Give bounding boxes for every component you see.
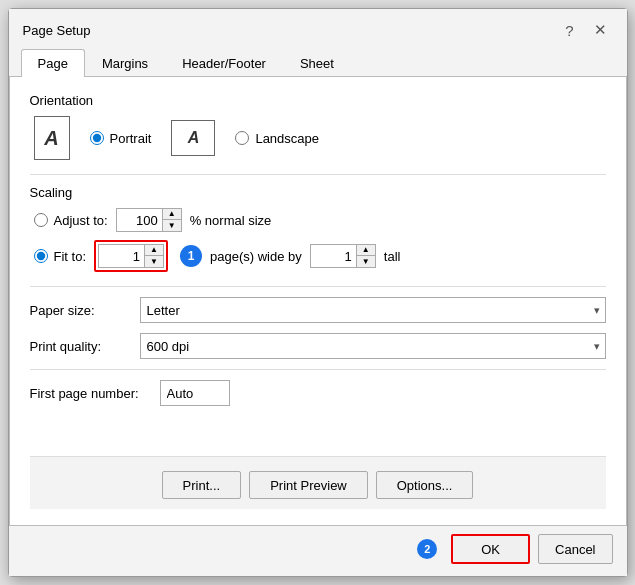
paper-size-select[interactable]: Letter A4 Legal Executive	[140, 297, 606, 323]
fit-tall-down-btn[interactable]: ▼	[357, 256, 375, 267]
landscape-icon: A	[171, 120, 215, 156]
portrait-label: Portrait	[110, 131, 152, 146]
adjust-to-suffix: % normal size	[190, 213, 272, 228]
title-bar: Page Setup ? ✕	[9, 9, 627, 45]
tab-header-footer[interactable]: Header/Footer	[165, 49, 283, 77]
portrait-icon: A	[34, 116, 70, 160]
landscape-label: Landscape	[255, 131, 319, 146]
paper-size-select-wrapper: Letter A4 Legal Executive	[140, 297, 606, 323]
paper-size-row: Paper size: Letter A4 Legal Executive	[30, 297, 606, 323]
tab-content: Orientation A Portrait A Landsca	[9, 77, 627, 526]
fit-to-option[interactable]: Fit to:	[34, 249, 87, 264]
fit-to-label: Fit to:	[54, 249, 87, 264]
action-buttons-row: Print... Print Preview Options...	[30, 456, 606, 509]
print-preview-button[interactable]: Print Preview	[249, 471, 368, 499]
cancel-button[interactable]: Cancel	[538, 534, 612, 564]
badge-1: 1	[180, 245, 202, 267]
fit-wide-up-btn[interactable]: ▲	[145, 245, 163, 256]
print-quality-select[interactable]: 600 dpi 300 dpi 200 dpi 150 dpi	[140, 333, 606, 359]
adjust-to-spinner-buttons: ▲ ▼	[162, 209, 181, 231]
orientation-row: A Portrait A Landscape	[30, 116, 606, 160]
orientation-section: Orientation A Portrait A Landsca	[30, 93, 606, 160]
badge-2: 2	[417, 539, 437, 559]
scaling-title: Scaling	[30, 185, 606, 200]
paper-size-label: Paper size:	[30, 303, 140, 318]
print-quality-label: Print quality:	[30, 339, 140, 354]
divider-1	[30, 174, 606, 175]
adjust-to-up-btn[interactable]: ▲	[163, 209, 181, 220]
fit-to-highlight: 1 ▲ ▼	[94, 240, 168, 272]
ok-cancel-row: 2 OK Cancel	[9, 526, 627, 576]
print-button[interactable]: Print...	[162, 471, 242, 499]
close-button[interactable]: ✕	[588, 19, 613, 41]
print-quality-row: Print quality: 600 dpi 300 dpi 200 dpi 1…	[30, 333, 606, 359]
fit-tall-spinner-buttons: ▲ ▼	[356, 245, 375, 267]
first-page-input[interactable]: Auto	[160, 380, 230, 406]
fit-tall-suffix: tall	[384, 249, 401, 264]
help-button[interactable]: ?	[559, 20, 579, 41]
fit-wide-spinner-buttons: ▲ ▼	[144, 245, 163, 267]
title-bar-controls: ? ✕	[559, 19, 612, 41]
fit-wide-down-btn[interactable]: ▼	[145, 256, 163, 267]
adjust-to-radio[interactable]	[34, 213, 48, 227]
options-button[interactable]: Options...	[376, 471, 474, 499]
fit-tall-up-btn[interactable]: ▲	[357, 245, 375, 256]
first-page-label: First page number:	[30, 386, 160, 401]
dialog-title: Page Setup	[23, 23, 91, 38]
landscape-option[interactable]: Landscape	[235, 131, 319, 146]
fit-tall-spinner[interactable]: 1 ▲ ▼	[310, 244, 376, 268]
fit-wide-spinner[interactable]: 1 ▲ ▼	[98, 244, 164, 268]
adjust-to-down-btn[interactable]: ▼	[163, 220, 181, 231]
fit-tall-input[interactable]: 1	[311, 245, 356, 267]
ok-button[interactable]: OK	[451, 534, 530, 564]
tab-bar: Page Margins Header/Footer Sheet	[9, 49, 627, 77]
adjust-to-option[interactable]: Adjust to:	[34, 213, 108, 228]
tab-page[interactable]: Page	[21, 49, 85, 77]
orientation-title: Orientation	[30, 93, 606, 108]
fit-to-row: Fit to: 1 ▲ ▼ 1 page(s) wide by 1	[30, 240, 606, 272]
adjust-to-spinner[interactable]: 100 ▲ ▼	[116, 208, 182, 232]
fit-wide-input[interactable]: 1	[99, 245, 144, 267]
portrait-option[interactable]: Portrait	[90, 131, 152, 146]
print-quality-select-wrapper: 600 dpi 300 dpi 200 dpi 150 dpi	[140, 333, 606, 359]
scaling-section: Scaling Adjust to: 100 ▲ ▼ % normal size	[30, 185, 606, 272]
adjust-to-input[interactable]: 100	[117, 209, 162, 231]
tab-margins[interactable]: Margins	[85, 49, 165, 77]
tab-sheet[interactable]: Sheet	[283, 49, 351, 77]
spacer	[30, 416, 606, 456]
adjust-to-row: Adjust to: 100 ▲ ▼ % normal size	[30, 208, 606, 232]
page-setup-dialog: Page Setup ? ✕ Page Margins Header/Foote…	[8, 8, 628, 577]
adjust-to-label: Adjust to:	[54, 213, 108, 228]
fit-to-radio[interactable]	[34, 249, 48, 263]
divider-2	[30, 286, 606, 287]
landscape-radio[interactable]	[235, 131, 249, 145]
divider-3	[30, 369, 606, 370]
portrait-radio[interactable]	[90, 131, 104, 145]
fit-wide-suffix: page(s) wide by	[210, 249, 302, 264]
first-page-row: First page number: Auto	[30, 380, 606, 406]
